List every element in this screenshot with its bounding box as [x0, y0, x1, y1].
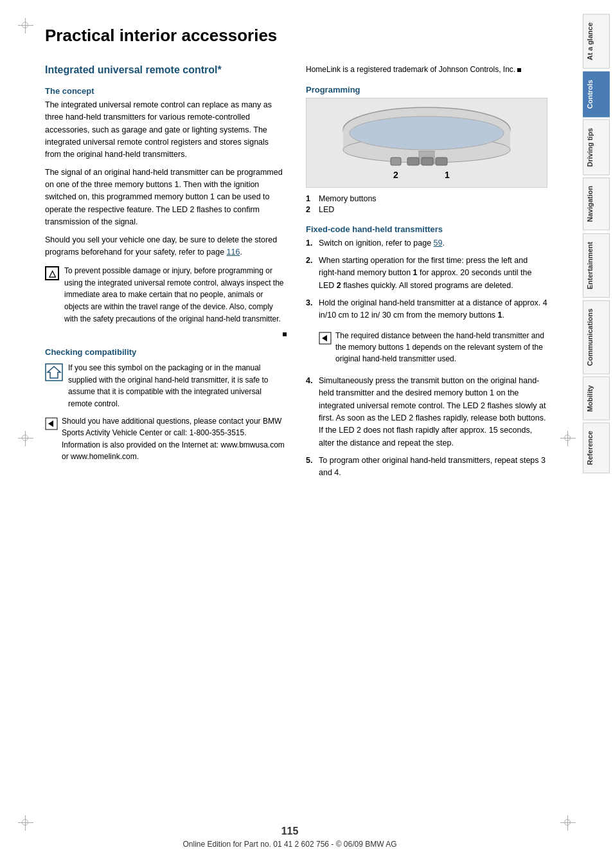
programming-image: 1 2	[306, 98, 547, 188]
page-number: 115	[0, 826, 580, 837]
step-2-text: When starting operation for the first ti…	[319, 255, 547, 292]
page-title: Practical interior accessories	[45, 26, 547, 46]
footer-text: Online Edition for Part no. 01 41 2 602 …	[182, 840, 396, 849]
sidebar-tab-entertainment[interactable]: Entertainment	[583, 233, 610, 298]
svg-marker-3	[48, 420, 53, 427]
svg-text:1: 1	[445, 170, 450, 180]
sidebar-tab-navigation[interactable]: Navigation	[583, 177, 610, 230]
compatibility-note-text: Should you have additional questions, pl…	[62, 415, 287, 463]
mirror-svg: 1 2	[324, 101, 529, 185]
svg-marker-16	[322, 335, 327, 341]
svg-rect-11	[436, 158, 447, 165]
page-footer: 115 Online Edition for Part no. 01 41 2 …	[0, 826, 580, 849]
step-2-num: 2.	[306, 255, 315, 292]
fixed-code-steps: 1. Switch on ignition, refer to page 59.…	[306, 237, 547, 480]
end-mark-homelink	[517, 68, 521, 72]
legend-text-1: Memory buttons	[319, 194, 377, 203]
step-1-text: Switch on ignition, refer to page 59.	[319, 237, 445, 249]
fixed-code-title: Fixed-code hand-held transmitters	[306, 224, 547, 234]
right-sidebar: At a glance Controls Driving tips Naviga…	[580, 0, 613, 868]
concept-para-1: The integrated universal remote control …	[45, 99, 287, 161]
corner-mark-mid-left	[18, 431, 33, 446]
concept-para-3: Should you sell your vehicle one day, be…	[45, 234, 287, 259]
right-column: HomeLink is a registered trademark of Jo…	[306, 64, 547, 485]
programming-title: Programming	[306, 85, 547, 95]
step-1-num: 1.	[306, 237, 315, 249]
sidebar-tab-communications[interactable]: Communications	[583, 300, 610, 374]
corner-mark-mid-right	[560, 431, 576, 446]
step-3-note-text: The required distance between the hand-h…	[335, 330, 547, 365]
legend-2: 2 LED	[306, 205, 547, 214]
corner-mark-tl	[18, 18, 33, 33]
compatibility-info-text: If you see this symbol on the packaging …	[68, 362, 287, 410]
sidebar-tab-at-a-glance[interactable]: At a glance	[583, 14, 610, 69]
svg-rect-10	[422, 158, 433, 165]
warning-box: △ To prevent possible damage or injury, …	[45, 265, 287, 325]
page-link-116[interactable]: 116	[227, 248, 240, 257]
step-3-note: The required distance between the hand-h…	[319, 330, 547, 365]
main-content: Practical interior accessories Integrate…	[0, 0, 580, 536]
home-icon	[45, 363, 63, 410]
end-mark-warning	[283, 332, 287, 336]
svg-point-7	[350, 116, 504, 150]
sidebar-tab-reference[interactable]: Reference	[583, 422, 610, 473]
step-5-num: 5.	[306, 455, 315, 480]
step-4: 4. Simultaneously press the transmit but…	[306, 375, 547, 449]
legend-num-2: 2	[306, 205, 314, 214]
arrow-right-icon	[45, 417, 58, 463]
compatibility-note-box: Should you have additional questions, pl…	[45, 415, 287, 463]
step-1: 1. Switch on ignition, refer to page 59.	[306, 237, 547, 249]
step-3-num: 3.	[306, 297, 315, 322]
svg-rect-9	[407, 158, 419, 165]
svg-rect-12	[391, 158, 401, 165]
left-column: Integrated universal remote control* The…	[45, 64, 287, 485]
legend-num-1: 1	[306, 194, 314, 203]
note-arrow-icon	[319, 332, 332, 365]
warning-text: To prevent possible damage or injury, be…	[64, 265, 287, 325]
legend-1: 1 Memory buttons	[306, 194, 547, 203]
step-4-num: 4.	[306, 375, 315, 449]
step-5: 5. To program other original hand-held t…	[306, 455, 547, 480]
concept-para-2: The signal of an original hand-held tran…	[45, 167, 287, 229]
sidebar-tab-driving-tips[interactable]: Driving tips	[583, 120, 610, 176]
step-3-text: Hold the original hand-held transmitter …	[319, 297, 547, 322]
step-3: 3. Hold the original hand-held transmitt…	[306, 297, 547, 370]
sidebar-tab-mobility[interactable]: Mobility	[583, 377, 610, 420]
two-column-layout: Integrated universal remote control* The…	[45, 64, 547, 485]
svg-marker-1	[48, 366, 60, 378]
step-2: 2. When starting operation for the first…	[306, 255, 547, 292]
sidebar-tab-controls[interactable]: Controls	[583, 71, 610, 117]
section-title-integrated: Integrated universal remote control*	[45, 64, 287, 77]
page-link-59[interactable]: 59	[434, 239, 443, 248]
compatibility-info-box: If you see this symbol on the packaging …	[45, 362, 287, 410]
compatibility-title: Checking compatibility	[45, 347, 287, 357]
legend-text-2: LED	[319, 205, 334, 214]
homelink-text: HomeLink is a registered trademark of Jo…	[306, 64, 547, 76]
svg-text:2: 2	[393, 170, 398, 180]
concept-title: The concept	[45, 86, 287, 96]
step-5-text: To program other original hand-held tran…	[319, 455, 547, 480]
step-4-text: Simultaneously press the transmit button…	[319, 375, 547, 449]
warning-icon: △	[45, 266, 59, 280]
